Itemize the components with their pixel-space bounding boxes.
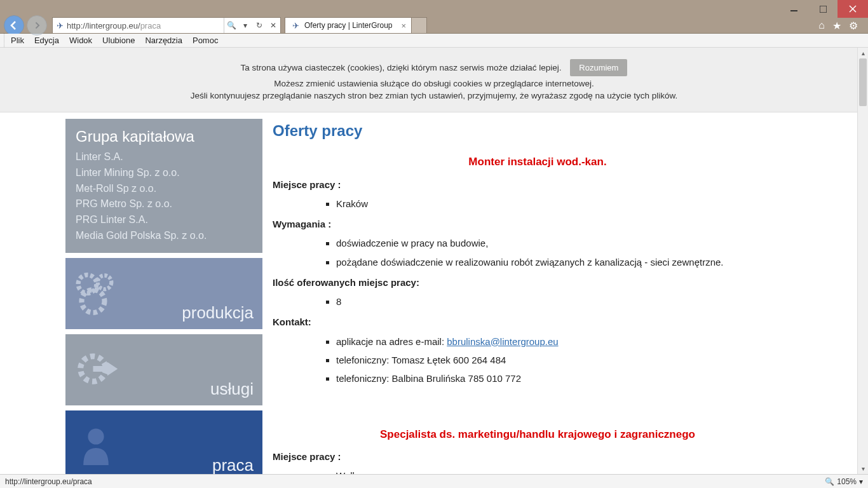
sidebar-card-praca[interactable]: praca [65, 410, 262, 474]
tab-close-icon[interactable]: × [401, 21, 406, 30]
sidebar-company-link[interactable]: PRG Linter S.A. [76, 212, 252, 228]
vertical-scrollbar[interactable]: ▴ ▾ [857, 48, 868, 474]
browser-toolbar: ✈ http://lintergroup.eu/praca 🔍 ▾ ↻ ✕ ✈ … [0, 18, 868, 34]
scroll-down-icon[interactable]: ▾ [858, 463, 868, 474]
sidebar-card-produkcja[interactable]: produkcja [65, 258, 262, 329]
window-minimize-button[interactable] [779, 0, 808, 18]
list-item: telefoniczny: Tomasz Łętek 600 264 484 [336, 351, 803, 369]
url-text: http://lintergroup.eu/praca [67, 21, 224, 30]
status-bar: http://lintergroup.eu/praca 🔍 105% ▾ [0, 474, 868, 488]
sidebar-company-link[interactable]: Met-Roll Sp z o.o. [76, 181, 252, 197]
field-label: Kontakt: [273, 315, 803, 329]
svg-point-4 [78, 274, 97, 293]
field-label: Miejsce pracy : [273, 177, 803, 192]
sidebar: Grupa kapitałowa Linter S.A. Linter Mini… [65, 119, 262, 474]
menu-edycja[interactable]: Edycja [29, 34, 64, 47]
field-label: Wymagania : [273, 217, 803, 231]
forward-button[interactable] [27, 15, 47, 36]
page-heading: Oferty pracy [273, 119, 803, 142]
zoom-control[interactable]: 🔍 105% ▾ [825, 477, 863, 486]
window-titlebar [0, 0, 868, 18]
svg-point-6 [82, 290, 105, 313]
stop-icon[interactable]: ✕ [266, 21, 280, 30]
svg-point-8 [88, 428, 104, 444]
tab-title: Oferty pracy | LinterGroup [304, 21, 401, 30]
list-item: Kraków [336, 194, 803, 213]
email-link[interactable]: bbrulinska@lintergroup.eu [447, 336, 558, 347]
scroll-up-icon[interactable]: ▴ [858, 48, 868, 58]
address-actions: 🔍 ▾ ↻ ✕ [224, 18, 280, 33]
sidebar-card-uslugi[interactable]: usługi [65, 334, 262, 405]
menu-narzedzia[interactable]: Narzędzia [140, 34, 187, 47]
main-content: Oferty pracy Monter instalacji wod.-kan.… [273, 119, 803, 474]
cookie-text-3: Jeśli kontynuujesz przeglądanie naszych … [0, 91, 868, 100]
scroll-thumb[interactable] [859, 58, 867, 106]
cookie-notice: Ta strona używa ciasteczek (cookies), dz… [0, 48, 868, 112]
list-item: Wolbrom [336, 466, 803, 474]
zoom-value: 105% [837, 477, 857, 486]
zoom-dropdown-icon[interactable]: ▾ [859, 477, 863, 486]
job-title: Specjalista ds. marketingu/handlu krajow… [273, 426, 803, 443]
sidebar-card-label: praca [212, 456, 254, 474]
cookie-accept-button[interactable]: Rozumiem [570, 59, 627, 76]
back-button[interactable] [4, 15, 24, 36]
list-item: telefoniczny: Balbina Brulińska 785 010 … [336, 369, 803, 388]
menu-pomoc[interactable]: Pomoc [187, 34, 223, 47]
tools-icon[interactable]: ⚙ [849, 20, 858, 32]
sidebar-company-link[interactable]: Media Gold Polska Sp. z o.o. [76, 228, 252, 244]
sidebar-group-block: Grupa kapitałowa Linter S.A. Linter Mini… [65, 119, 262, 253]
list-item: aplikacje na adres e-mail: bbrulinska@li… [336, 332, 803, 351]
list-item: doświadczenie w pracy na budowie, [336, 234, 803, 252]
job-title: Monter instalacji wod.-kan. [273, 154, 803, 170]
tab-favicon: ✈ [290, 20, 301, 30]
svg-rect-0 [790, 10, 797, 11]
list-item: 8 [336, 292, 803, 311]
list-item: pożądane doświadczenie w realizowaniu ro… [336, 253, 803, 271]
refresh-icon[interactable]: ↻ [252, 21, 266, 30]
zoom-icon: 🔍 [825, 477, 834, 486]
dropdown-icon[interactable]: ▾ [238, 21, 252, 30]
menu-plik[interactable]: Plik [4, 34, 29, 47]
search-icon[interactable]: 🔍 [224, 21, 238, 30]
menu-ulubione[interactable]: Ulubione [97, 34, 140, 47]
home-icon[interactable]: ⌂ [818, 20, 825, 32]
person-icon [73, 419, 130, 472]
cookie-text-1: Ta strona używa ciasteczek (cookies), dz… [241, 63, 562, 72]
field-label: Miejsce pracy : [273, 449, 803, 464]
field-label: Ilość oferowanych miejsc pracy: [273, 275, 803, 290]
cookie-text-2: Możesz zmienić ustawienia służące do obs… [0, 79, 868, 88]
window-maximize-button[interactable] [808, 0, 837, 18]
sidebar-company-link[interactable]: Linter Mining Sp. z o.o. [76, 165, 252, 181]
window-close-button[interactable] [837, 0, 868, 18]
svg-rect-1 [820, 6, 827, 13]
gear-arrow-icon [73, 343, 130, 396]
status-text: http://lintergroup.eu/praca [5, 477, 92, 486]
menu-bar: Plik Edycja Widok Ulubione Narzędzia Pom… [0, 34, 868, 48]
browser-tab[interactable]: ✈ Oferty pracy | LinterGroup × [285, 17, 412, 34]
svg-point-5 [98, 275, 112, 289]
favorites-icon[interactable]: ★ [832, 20, 841, 32]
page-viewport: Ta strona używa ciasteczek (cookies), dz… [0, 48, 868, 474]
sidebar-group-title: Grupa kapitałowa [76, 128, 252, 146]
sidebar-company-link[interactable]: Linter S.A. [76, 149, 252, 165]
site-icon: ✈ [53, 21, 67, 30]
sidebar-company-link[interactable]: PRG Metro Sp. z o.o. [76, 196, 252, 212]
gears-icon [73, 267, 130, 320]
address-bar[interactable]: ✈ http://lintergroup.eu/praca 🔍 ▾ ↻ ✕ [52, 17, 281, 34]
sidebar-card-label: usługi [210, 379, 254, 399]
toolbar-right: ⌂ ★ ⚙ [818, 20, 865, 32]
new-tab-button[interactable] [412, 17, 427, 34]
menu-widok[interactable]: Widok [64, 34, 97, 47]
sidebar-card-label: produkcja [182, 303, 254, 323]
